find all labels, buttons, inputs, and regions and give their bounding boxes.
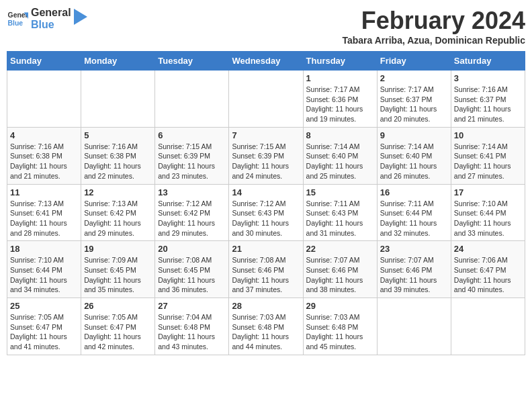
day-number: 7 — [232, 130, 300, 140]
day-number: 2 — [380, 73, 448, 83]
day-info: Sunrise: 7:10 AMSunset: 6:44 PMDaylight:… — [10, 255, 78, 295]
day-info: Sunrise: 7:13 AMSunset: 6:41 PMDaylight:… — [10, 199, 78, 238]
day-number: 17 — [454, 187, 522, 197]
day-number: 21 — [232, 244, 300, 254]
calendar-cell: 4Sunrise: 7:16 AMSunset: 6:38 PMDaylight… — [7, 127, 81, 184]
day-number: 20 — [158, 244, 226, 254]
weekday-header-thursday: Thursday — [303, 52, 377, 71]
day-info: Sunrise: 7:10 AMSunset: 6:44 PMDaylight:… — [454, 199, 522, 238]
calendar-cell: 11Sunrise: 7:13 AMSunset: 6:41 PMDayligh… — [7, 184, 81, 241]
calendar-subtitle: Tabara Arriba, Azua, Dominican Republic — [342, 35, 525, 46]
calendar-cell: 19Sunrise: 7:09 AMSunset: 6:45 PMDayligh… — [81, 241, 155, 298]
day-info: Sunrise: 7:17 AMSunset: 6:37 PMDaylight:… — [380, 85, 448, 124]
calendar-cell — [7, 71, 81, 128]
day-number: 9 — [380, 130, 448, 140]
calendar-cell: 8Sunrise: 7:14 AMSunset: 6:40 PMDaylight… — [303, 127, 377, 184]
day-number: 24 — [454, 244, 522, 254]
day-info: Sunrise: 7:13 AMSunset: 6:42 PMDaylight:… — [84, 199, 152, 238]
title-area: February 2024 Tabara Arriba, Azua, Domin… — [342, 7, 525, 46]
logo-flag-icon — [74, 9, 87, 29]
weekday-header-row: SundayMondayTuesdayWednesdayThursdayFrid… — [7, 52, 525, 71]
day-number: 6 — [158, 130, 226, 140]
calendar-cell: 10Sunrise: 7:14 AMSunset: 6:41 PMDayligh… — [451, 127, 525, 184]
calendar-cell: 20Sunrise: 7:08 AMSunset: 6:45 PMDayligh… — [155, 241, 229, 298]
day-info: Sunrise: 7:16 AMSunset: 6:38 PMDaylight:… — [84, 142, 152, 181]
calendar-cell: 1Sunrise: 7:17 AMSunset: 6:36 PMDaylight… — [303, 71, 377, 128]
day-number: 19 — [84, 244, 152, 254]
svg-text:Blue: Blue — [8, 19, 24, 26]
day-info: Sunrise: 7:03 AMSunset: 6:48 PMDaylight:… — [232, 312, 300, 352]
calendar-week-row: 1Sunrise: 7:17 AMSunset: 6:36 PMDaylight… — [7, 71, 525, 128]
day-number: 1 — [306, 73, 374, 83]
day-number: 12 — [84, 187, 152, 197]
calendar-cell: 15Sunrise: 7:11 AMSunset: 6:43 PMDayligh… — [303, 184, 377, 241]
day-number: 29 — [306, 301, 374, 311]
day-number: 26 — [84, 301, 152, 311]
logo: General Blue General Blue — [7, 7, 87, 30]
calendar-cell: 7Sunrise: 7:15 AMSunset: 6:39 PMDaylight… — [229, 127, 303, 184]
weekday-header-wednesday: Wednesday — [229, 52, 303, 71]
weekday-header-friday: Friday — [377, 52, 451, 71]
day-info: Sunrise: 7:04 AMSunset: 6:48 PMDaylight:… — [158, 312, 226, 352]
calendar-cell: 5Sunrise: 7:16 AMSunset: 6:38 PMDaylight… — [81, 127, 155, 184]
day-number: 18 — [10, 244, 78, 254]
calendar-week-row: 11Sunrise: 7:13 AMSunset: 6:41 PMDayligh… — [7, 184, 525, 241]
calendar-cell: 23Sunrise: 7:07 AMSunset: 6:46 PMDayligh… — [377, 241, 451, 298]
weekday-header-monday: Monday — [81, 52, 155, 71]
day-info: Sunrise: 7:15 AMSunset: 6:39 PMDaylight:… — [232, 142, 300, 181]
day-info: Sunrise: 7:14 AMSunset: 6:41 PMDaylight:… — [454, 142, 522, 181]
day-info: Sunrise: 7:14 AMSunset: 6:40 PMDaylight:… — [380, 142, 448, 181]
svg-marker-3 — [74, 9, 87, 25]
calendar-cell — [81, 71, 155, 128]
logo-blue: Blue — [31, 19, 71, 31]
calendar-title: February 2024 — [342, 7, 525, 35]
day-info: Sunrise: 7:12 AMSunset: 6:43 PMDaylight:… — [232, 199, 300, 238]
calendar-cell: 2Sunrise: 7:17 AMSunset: 6:37 PMDaylight… — [377, 71, 451, 128]
calendar-cell: 9Sunrise: 7:14 AMSunset: 6:40 PMDaylight… — [377, 127, 451, 184]
day-info: Sunrise: 7:08 AMSunset: 6:45 PMDaylight:… — [158, 255, 226, 295]
day-info: Sunrise: 7:03 AMSunset: 6:48 PMDaylight:… — [306, 312, 374, 352]
calendar-cell: 6Sunrise: 7:15 AMSunset: 6:39 PMDaylight… — [155, 127, 229, 184]
calendar-cell — [229, 71, 303, 128]
weekday-header-saturday: Saturday — [451, 52, 525, 71]
calendar-cell: 22Sunrise: 7:07 AMSunset: 6:46 PMDayligh… — [303, 241, 377, 298]
day-info: Sunrise: 7:05 AMSunset: 6:47 PMDaylight:… — [84, 312, 152, 352]
day-info: Sunrise: 7:06 AMSunset: 6:47 PMDaylight:… — [454, 255, 522, 295]
day-number: 14 — [232, 187, 300, 197]
day-info: Sunrise: 7:05 AMSunset: 6:47 PMDaylight:… — [10, 312, 78, 352]
logo-icon: General Blue — [7, 8, 28, 30]
day-info: Sunrise: 7:16 AMSunset: 6:37 PMDaylight:… — [454, 85, 522, 124]
day-info: Sunrise: 7:08 AMSunset: 6:46 PMDaylight:… — [232, 255, 300, 295]
calendar-cell: 18Sunrise: 7:10 AMSunset: 6:44 PMDayligh… — [7, 241, 81, 298]
day-number: 8 — [306, 130, 374, 140]
calendar-week-row: 18Sunrise: 7:10 AMSunset: 6:44 PMDayligh… — [7, 241, 525, 298]
day-info: Sunrise: 7:07 AMSunset: 6:46 PMDaylight:… — [306, 255, 374, 295]
calendar-cell: 13Sunrise: 7:12 AMSunset: 6:42 PMDayligh… — [155, 184, 229, 241]
calendar-cell: 12Sunrise: 7:13 AMSunset: 6:42 PMDayligh… — [81, 184, 155, 241]
day-info: Sunrise: 7:15 AMSunset: 6:39 PMDaylight:… — [158, 142, 226, 181]
day-info: Sunrise: 7:12 AMSunset: 6:42 PMDaylight:… — [158, 199, 226, 238]
day-number: 10 — [454, 130, 522, 140]
calendar-cell: 3Sunrise: 7:16 AMSunset: 6:37 PMDaylight… — [451, 71, 525, 128]
day-number: 3 — [454, 73, 522, 83]
weekday-header-sunday: Sunday — [7, 52, 81, 71]
day-number: 4 — [10, 130, 78, 140]
day-number: 11 — [10, 187, 78, 197]
day-number: 22 — [306, 244, 374, 254]
page-header: General Blue General Blue February 2024 … — [7, 7, 525, 46]
calendar-cell: 28Sunrise: 7:03 AMSunset: 6:48 PMDayligh… — [229, 298, 303, 355]
calendar-cell: 21Sunrise: 7:08 AMSunset: 6:46 PMDayligh… — [229, 241, 303, 298]
calendar-week-row: 4Sunrise: 7:16 AMSunset: 6:38 PMDaylight… — [7, 127, 525, 184]
calendar-cell — [377, 298, 451, 355]
calendar-cell — [451, 298, 525, 355]
calendar-table: SundayMondayTuesdayWednesdayThursdayFrid… — [7, 51, 525, 355]
day-info: Sunrise: 7:07 AMSunset: 6:46 PMDaylight:… — [380, 255, 448, 295]
calendar-cell — [155, 71, 229, 128]
day-number: 28 — [232, 301, 300, 311]
day-number: 25 — [10, 301, 78, 311]
calendar-cell: 14Sunrise: 7:12 AMSunset: 6:43 PMDayligh… — [229, 184, 303, 241]
day-info: Sunrise: 7:17 AMSunset: 6:36 PMDaylight:… — [306, 85, 374, 124]
day-info: Sunrise: 7:16 AMSunset: 6:38 PMDaylight:… — [10, 142, 78, 181]
calendar-cell: 29Sunrise: 7:03 AMSunset: 6:48 PMDayligh… — [303, 298, 377, 355]
day-number: 16 — [380, 187, 448, 197]
